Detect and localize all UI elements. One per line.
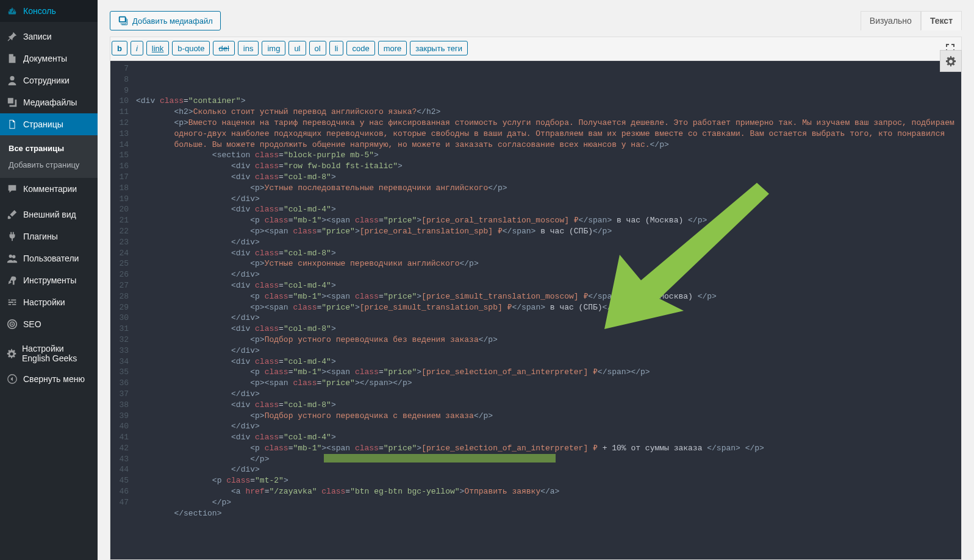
target-icon	[6, 318, 18, 330]
admin-sidebar: КонсольЗаписиДокументыСотрудникиМедиафай…	[0, 0, 98, 560]
quicktag-b[interactable]: b	[112, 41, 127, 55]
sidebar-submenu: Все страницыДобавить страницу	[0, 135, 98, 178]
sidebar-item-label: Страницы	[23, 119, 63, 129]
brush-icon	[6, 208, 18, 221]
sidebar-item-media[interactable]: Медиафайлы	[0, 91, 98, 113]
sidebar-item-label: Настройки	[23, 297, 65, 307]
sub-all-pages[interactable]: Все страницы	[0, 140, 98, 157]
sidebar-item-collapse[interactable]: Свернуть меню	[0, 368, 98, 390]
quicktag-закрыть-теги[interactable]: закрыть теги	[410, 41, 468, 55]
sidebar-item-dashboard[interactable]: Консоль	[0, 0, 98, 22]
slider-icon	[6, 296, 18, 308]
sidebar-item-label: Внешний вид	[23, 210, 76, 219]
sidebar-item-label: Свернуть меню	[23, 374, 85, 384]
quicktags-toolbar: bilinkb-quotedelinsimgulollicodemoreзакр…	[110, 37, 962, 60]
code-body[interactable]: <div class="container"> <h2>Сколько стои…	[132, 61, 961, 559]
sidebar-item-gear[interactable]: Настройки English Geeks	[0, 339, 98, 368]
sidebar-item-slider[interactable]: Настройки	[0, 291, 98, 313]
quicktag-link[interactable]: link	[146, 41, 170, 55]
user-icon	[6, 74, 18, 87]
plug-icon	[6, 230, 18, 243]
add-media-button[interactable]: Добавить медиафайл	[110, 11, 221, 30]
quicktag-code[interactable]: code	[346, 41, 374, 55]
doc-icon	[6, 52, 18, 65]
sidebar-item-user[interactable]: Сотрудники	[0, 69, 98, 91]
sidebar-item-plug[interactable]: Плагины	[0, 225, 98, 247]
sidebar-item-comment[interactable]: Комментарии	[0, 178, 98, 200]
dashboard-icon	[6, 5, 18, 17]
quicktag-img[interactable]: img	[262, 41, 285, 55]
sidebar-item-brush[interactable]: Внешний вид	[0, 204, 98, 225]
sidebar-item-label: Настройки English Geeks	[22, 344, 91, 363]
sidebar-item-label: Медиафайлы	[23, 97, 77, 107]
code-editor[interactable]: 7891011121314151617181920212223242526272…	[110, 61, 961, 559]
line-gutter: 7891011121314151617181920212223242526272…	[110, 61, 132, 559]
quicktag-ol[interactable]: ol	[309, 41, 326, 55]
media-icon	[118, 15, 129, 26]
add-media-label: Добавить медиафайл	[132, 16, 213, 26]
quicktag-li[interactable]: li	[329, 41, 344, 55]
quicktag-i[interactable]: i	[131, 41, 143, 55]
sidebar-item-pages[interactable]: Страницы	[0, 113, 98, 135]
sidebar-item-doc[interactable]: Документы	[0, 48, 98, 69]
sidebar-item-label: Сотрудники	[23, 76, 70, 85]
tab-text[interactable]: Текст	[921, 11, 962, 30]
svg-point-2	[12, 324, 13, 325]
sub-add-page[interactable]: Добавить страницу	[0, 157, 98, 173]
sidebar-item-label: Консоль	[23, 6, 56, 16]
sidebar-item-label: Пользователи	[23, 253, 79, 263]
sidebar-item-label: SEO	[23, 319, 41, 329]
sidebar-item-pin[interactable]: Записи	[0, 26, 98, 48]
pages-icon	[6, 118, 18, 130]
screen-options-button[interactable]	[940, 50, 962, 72]
users-icon	[6, 252, 18, 264]
quicktag-del[interactable]: del	[213, 41, 234, 55]
sidebar-item-label: Записи	[23, 32, 51, 41]
tab-visual[interactable]: Визуально	[861, 11, 921, 30]
quicktag-more[interactable]: more	[378, 41, 407, 55]
media-icon	[6, 96, 18, 108]
pin-icon	[6, 30, 18, 43]
sidebar-item-label: Комментарии	[23, 184, 77, 194]
quicktag-ul[interactable]: ul	[288, 41, 306, 55]
collapse-icon	[6, 373, 18, 385]
quicktag-b-quote[interactable]: b-quote	[172, 41, 210, 55]
sidebar-item-label: Инструменты	[23, 275, 76, 285]
quicktag-ins[interactable]: ins	[238, 41, 259, 55]
gear-icon	[6, 347, 17, 360]
comment-icon	[6, 183, 18, 195]
sidebar-item-target[interactable]: SEO	[0, 313, 98, 335]
sidebar-item-label: Плагины	[23, 232, 58, 241]
gear-icon	[945, 55, 957, 67]
sidebar-item-tool[interactable]: Инструменты	[0, 269, 98, 291]
sidebar-item-label: Документы	[23, 54, 67, 63]
sidebar-item-users[interactable]: Пользователи	[0, 247, 98, 269]
editor-area: Добавить медиафайл Визуально Текст bilin…	[98, 0, 974, 560]
tool-icon	[6, 274, 18, 286]
